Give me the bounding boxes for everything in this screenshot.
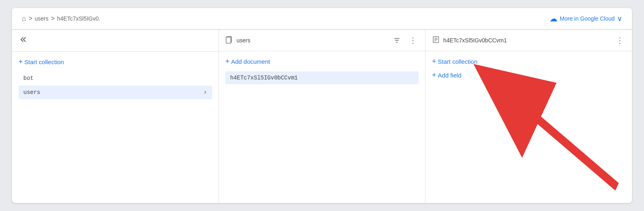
- col2-header-right: ⋮: [391, 35, 419, 46]
- start-collection-link-col3[interactable]: + Start collection: [432, 58, 625, 65]
- cloud-icon: ☁: [549, 14, 557, 23]
- collection-icon: [225, 36, 233, 46]
- col2-header-left: users: [225, 36, 250, 46]
- add-field-label: Add field: [438, 72, 461, 79]
- add-document-link[interactable]: + Add document: [225, 58, 419, 65]
- more-options-icon-col3[interactable]: ⋮: [614, 35, 625, 46]
- col3-header-left: h4ETc7xSl5IGv0bCCvm1: [432, 36, 507, 46]
- collapse-icon[interactable]: [19, 35, 28, 46]
- more-cloud-label: More in Google Cloud: [560, 15, 615, 22]
- list-item-bot[interactable]: bot: [19, 72, 212, 85]
- col2-header: users ⋮: [219, 30, 425, 51]
- list-item-doc[interactable]: h4ETc7xSl5IGv0bCCvm1: [225, 71, 419, 84]
- col2-title: users: [237, 37, 250, 44]
- column-users: users ⋮: [219, 30, 426, 203]
- col1-body: + Start collection bot users ›: [12, 52, 219, 203]
- add-field-link[interactable]: + Add field: [432, 71, 625, 79]
- breadcrumb-sep2: >: [51, 15, 54, 22]
- col3-header: h4ETc7xSl5IGv0bCCvm1 ⋮: [425, 30, 632, 51]
- home-icon[interactable]: ⌂: [22, 15, 26, 23]
- col3-title: h4ETc7xSl5IGv0bCCvm1: [443, 37, 507, 44]
- start-collection-label-col1: Start collection: [25, 58, 64, 65]
- breadcrumb-bar: ⌂ > users > h4ETc7xSl5IGv0. ☁ More in Go…: [12, 8, 632, 29]
- list-item-users[interactable]: users ›: [19, 86, 212, 99]
- breadcrumb-users[interactable]: users: [35, 15, 48, 22]
- start-collection-label-col3: Start collection: [438, 58, 477, 65]
- col3-body: + Start collection + Add field: [425, 51, 632, 203]
- plus-icon-col3-field: +: [432, 71, 436, 79]
- plus-icon-col3: +: [432, 58, 436, 65]
- main-columns: + Start collection bot users ›: [12, 29, 632, 203]
- col2-body: + Add document h4ETc7xSl5IGv0bCCvm1: [219, 51, 425, 203]
- users-label: users: [23, 89, 40, 96]
- col1-header: [12, 30, 219, 52]
- more-options-icon-col2[interactable]: ⋮: [407, 35, 419, 46]
- start-collection-link-col1[interactable]: + Start collection: [19, 58, 212, 65]
- plus-icon: +: [19, 58, 23, 65]
- add-document-label: Add document: [231, 58, 270, 65]
- breadcrumb-sep1: >: [29, 15, 32, 22]
- svg-rect-1: [226, 37, 231, 43]
- breadcrumb-doc-id: h4ETc7xSl5IGv0.: [57, 15, 100, 22]
- col3-header-right: ⋮: [614, 35, 625, 46]
- filter-icon[interactable]: [391, 35, 402, 46]
- column-root: + Start collection bot users ›: [12, 30, 219, 203]
- breadcrumb-left: ⌂ > users > h4ETc7xSl5IGv0.: [22, 15, 100, 23]
- document-icon: [432, 36, 440, 46]
- chevron-right-icon: ›: [203, 89, 207, 96]
- column-doc: h4ETc7xSl5IGv0bCCvm1 ⋮ + Start collectio…: [425, 30, 632, 203]
- plus-icon-col2: +: [225, 58, 230, 65]
- chevron-down-icon: ∨: [617, 14, 622, 23]
- more-in-google-cloud-button[interactable]: ☁ More in Google Cloud ∨: [549, 14, 622, 23]
